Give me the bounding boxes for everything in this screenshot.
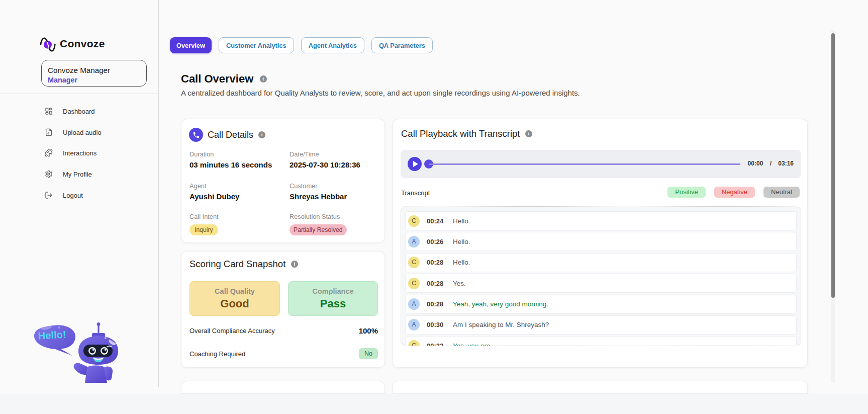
svg-text:Hello!: Hello! <box>38 329 66 342</box>
